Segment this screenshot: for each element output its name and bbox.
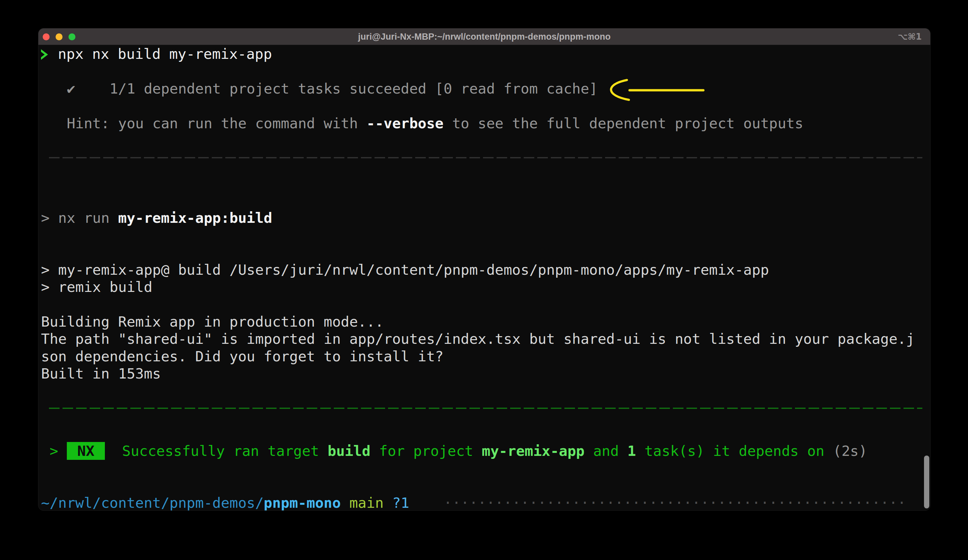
terminal-text-segment: NX (67, 442, 105, 460)
separator-gray (49, 157, 922, 159)
terminal-text-segment: my-remix-app:build (118, 210, 272, 226)
terminal-line (41, 459, 930, 477)
terminal-window: juri@Juri-Nx-MBP:~/nrwl/content/pnpm-dem… (38, 28, 930, 510)
terminal-text-segment: > nx run (41, 210, 118, 226)
terminal-text-segment: Hint: you can run the command with (41, 115, 366, 132)
terminal-text-segment: 1 (627, 443, 636, 459)
terminal-text-segment (409, 494, 444, 510)
terminal-text-segment: --verbose (366, 115, 444, 132)
titlebar[interactable]: juri@Juri-Nx-MBP:~/nrwl/content/pnpm-dem… (38, 28, 930, 45)
terminal-line (41, 63, 930, 80)
terminal-text-segment (384, 494, 392, 510)
terminal-line (41, 226, 930, 244)
terminal-text-segment: and (585, 443, 627, 459)
terminal-text-segment: ~/nrwl/content/pnpm-demos/ (41, 494, 264, 510)
terminal-text-segment: Building Remix app in production mode... (41, 313, 384, 330)
terminal-line: > nx run my-remix-app:build (41, 209, 930, 226)
terminal-text-segment: ········································… (444, 494, 906, 510)
separator-green (49, 408, 922, 409)
terminal-line: > remix build (41, 278, 930, 296)
tab-shortcut-hint: ⌥⌘1 (898, 28, 922, 45)
terminal-text-segment: npx nx build my-remix-app (49, 46, 272, 62)
terminal-text-segment: > remix build (41, 279, 152, 295)
terminal-line (41, 408, 930, 425)
terminal-line (41, 132, 930, 149)
terminal-line (41, 175, 930, 192)
terminal-line (41, 192, 930, 209)
terminal-text-segment: Successfully ran target (105, 443, 328, 459)
terminal-line: > my-remix-app@ build /Users/juri/nrwl/c… (41, 261, 930, 278)
terminal-line (41, 244, 930, 261)
terminal-text-segment: > my-remix-app@ build /Users/juri/nrwl/c… (41, 261, 769, 278)
terminal-line (41, 477, 930, 494)
terminal-text-segment: build (328, 443, 370, 459)
window-title: juri@Juri-Nx-MBP:~/nrwl/content/pnpm-dem… (38, 28, 930, 45)
terminal-text-segment: main (349, 494, 384, 510)
terminal-line (41, 382, 930, 399)
terminal-line: Hint: you can run the command with --ver… (41, 115, 930, 132)
terminal-line: Building Remix app in production mode... (41, 313, 930, 330)
terminal-line: ✔ 1/1 dependent project tasks succeeded … (41, 80, 930, 97)
terminal-text-segment: ✔ 1/1 dependent project tasks succeeded … (41, 80, 598, 97)
terminal-line (41, 425, 930, 442)
terminal-line: Built in 153ms (41, 365, 930, 382)
terminal-text-segment: pnpm-mono (264, 494, 341, 510)
terminal-text-segment: (2s) (833, 443, 867, 459)
terminal-line: npx nx build my-remix-app (41, 45, 930, 63)
terminal-text-segment: task(s) it depends on (636, 443, 833, 459)
terminal-line (41, 157, 930, 174)
terminal-text-segment: for project (371, 443, 482, 459)
terminal-line: son dependencies. Did you forget to inst… (41, 348, 930, 365)
terminal-text-segment: > (41, 443, 67, 459)
terminal-line (41, 97, 930, 114)
terminal-line: ~/nrwl/content/pnpm-demos/pnpm-mono main… (41, 494, 930, 510)
terminal-text-segment: The path "shared-ui" is imported in app/… (41, 330, 915, 347)
terminal-line (41, 296, 930, 313)
prompt-chevron-icon (41, 49, 48, 60)
terminal-body[interactable]: npx nx build my-remix-app ✔ 1/1 dependen… (38, 45, 930, 510)
terminal-text-segment: son dependencies. Did you forget to inst… (41, 348, 444, 365)
terminal-text-segment: my-remix-app (482, 443, 585, 459)
terminal-text-segment: Built in 153ms (41, 365, 161, 382)
terminal-line: The path "shared-ui" is imported in app/… (41, 330, 930, 347)
terminal-text-segment (341, 494, 349, 510)
terminal-line: > NX Successfully ran target build for p… (41, 442, 930, 459)
scrollbar-thumb[interactable] (924, 456, 929, 509)
terminal-text-segment: ?1 (392, 494, 409, 510)
terminal-text-segment: to see the full dependent project output… (444, 115, 803, 132)
